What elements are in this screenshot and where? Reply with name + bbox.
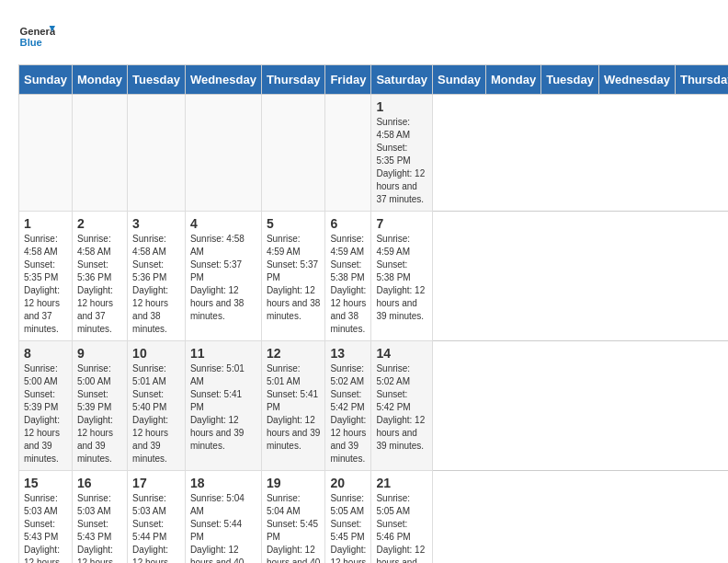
calendar-table: SundayMondayTuesdayWednesdayThursdayFrid…	[18, 64, 728, 563]
header-cell-wednesday: Wednesday	[598, 65, 675, 95]
day-info: Sunrise: 4:58 AMSunset: 5:35 PMDaylight:…	[376, 116, 427, 206]
day-cell-19: 19 Sunrise: 5:04 AMSunset: 5:45 PMDaylig…	[261, 471, 325, 564]
day-cell-7: 7 Sunrise: 4:59 AMSunset: 5:38 PMDayligh…	[371, 212, 433, 341]
day-cell-21: 21 Sunrise: 5:05 AMSunset: 5:46 PMDaylig…	[371, 471, 433, 564]
day-number: 20	[330, 476, 366, 490]
day-info: Sunrise: 4:58 AMSunset: 5:36 PMDaylight:…	[77, 233, 122, 336]
day-info: Sunrise: 4:59 AMSunset: 5:38 PMDaylight:…	[330, 233, 366, 336]
day-info: Sunrise: 5:04 AMSunset: 5:44 PMDaylight:…	[190, 492, 256, 563]
day-cell-9: 9 Sunrise: 5:00 AMSunset: 5:39 PMDayligh…	[72, 341, 127, 471]
day-number: 6	[330, 216, 366, 231]
day-number: 12	[267, 346, 321, 361]
day-number: 19	[267, 476, 321, 490]
empty-cell	[325, 95, 371, 212]
week-row-0: 1 Sunrise: 4:58 AMSunset: 5:35 PMDayligh…	[19, 95, 729, 212]
day-cell-13: 13 Sunrise: 5:02 AMSunset: 5:42 PMDaylig…	[325, 341, 371, 471]
header-cell-sunday: Sunday	[19, 65, 73, 95]
day-number: 14	[376, 346, 427, 361]
day-number: 9	[77, 346, 122, 361]
week-row-2: 8 Sunrise: 5:00 AMSunset: 5:39 PMDayligh…	[19, 341, 729, 471]
header-cell-monday: Monday	[486, 65, 541, 95]
day-cell-6: 6 Sunrise: 4:59 AMSunset: 5:38 PMDayligh…	[325, 212, 371, 341]
week-row-3: 15 Sunrise: 5:03 AMSunset: 5:43 PMDaylig…	[19, 471, 729, 564]
day-cell-18: 18 Sunrise: 5:04 AMSunset: 5:44 PMDaylig…	[185, 471, 261, 564]
week-row-1: 1 Sunrise: 4:58 AMSunset: 5:35 PMDayligh…	[19, 212, 729, 341]
day-cell-2: 2 Sunrise: 4:58 AMSunset: 5:36 PMDayligh…	[72, 212, 127, 341]
header-cell-tuesday: Tuesday	[541, 65, 599, 95]
day-info: Sunrise: 5:01 AMSunset: 5:41 PMDaylight:…	[267, 362, 321, 453]
day-number: 8	[24, 346, 67, 361]
day-number: 21	[376, 476, 427, 490]
day-number: 13	[330, 346, 366, 361]
logo: General Blue	[18, 18, 60, 55]
day-cell-4: 4 Sunrise: 4:58 AMSunset: 5:37 PMDayligh…	[185, 212, 261, 341]
header-cell-wednesday: Wednesday	[185, 65, 261, 95]
day-info: Sunrise: 5:01 AMSunset: 5:41 PMDaylight:…	[190, 362, 256, 453]
day-info: Sunrise: 5:03 AMSunset: 5:43 PMDaylight:…	[77, 492, 122, 563]
day-number: 7	[376, 216, 427, 231]
day-info: Sunrise: 5:05 AMSunset: 5:45 PMDaylight:…	[330, 492, 366, 563]
day-number: 1	[376, 99, 427, 114]
day-cell-8: 8 Sunrise: 5:00 AMSunset: 5:39 PMDayligh…	[19, 341, 73, 471]
day-info: Sunrise: 5:05 AMSunset: 5:46 PMDaylight:…	[376, 492, 427, 563]
logo-icon: General Blue	[18, 18, 55, 55]
header-cell-saturday: Saturday	[371, 65, 433, 95]
day-info: Sunrise: 4:58 AMSunset: 5:36 PMDaylight:…	[132, 233, 180, 336]
day-number: 17	[132, 476, 180, 490]
day-cell-20: 20 Sunrise: 5:05 AMSunset: 5:45 PMDaylig…	[325, 471, 371, 564]
day-number: 3	[132, 216, 180, 231]
empty-cell	[72, 95, 127, 212]
day-info: Sunrise: 5:02 AMSunset: 5:42 PMDaylight:…	[330, 362, 366, 465]
day-number: 4	[190, 216, 256, 231]
day-cell-3: 3 Sunrise: 4:58 AMSunset: 5:36 PMDayligh…	[128, 212, 186, 341]
day-info: Sunrise: 5:00 AMSunset: 5:39 PMDaylight:…	[24, 362, 67, 465]
day-info: Sunrise: 4:59 AMSunset: 5:38 PMDaylight:…	[376, 233, 427, 323]
day-info: Sunrise: 5:00 AMSunset: 5:39 PMDaylight:…	[77, 362, 122, 465]
day-info: Sunrise: 4:59 AMSunset: 5:37 PMDaylight:…	[267, 233, 321, 323]
header-row: SundayMondayTuesdayWednesdayThursdayFrid…	[19, 65, 729, 95]
day-cell-17: 17 Sunrise: 5:03 AMSunset: 5:44 PMDaylig…	[128, 471, 186, 564]
day-number: 2	[77, 216, 122, 231]
day-cell-1: 1 Sunrise: 4:58 AMSunset: 5:35 PMDayligh…	[371, 95, 433, 212]
day-number: 16	[77, 476, 122, 490]
day-info: Sunrise: 5:04 AMSunset: 5:45 PMDaylight:…	[267, 492, 321, 563]
day-cell-11: 11 Sunrise: 5:01 AMSunset: 5:41 PMDaylig…	[185, 341, 261, 471]
svg-text:Blue: Blue	[20, 37, 42, 48]
page-header: General Blue	[18, 18, 710, 55]
day-number: 10	[132, 346, 180, 361]
day-info: Sunrise: 4:58 AMSunset: 5:37 PMDaylight:…	[190, 233, 256, 323]
header-cell-thursday: Thursday	[675, 65, 728, 95]
header-cell-tuesday: Tuesday	[128, 65, 186, 95]
day-info: Sunrise: 5:01 AMSunset: 5:40 PMDaylight:…	[132, 362, 180, 465]
empty-cell	[19, 95, 73, 212]
day-cell-10: 10 Sunrise: 5:01 AMSunset: 5:40 PMDaylig…	[128, 341, 186, 471]
empty-cell	[185, 95, 261, 212]
day-number: 18	[190, 476, 256, 490]
header-cell-sunday: Sunday	[433, 65, 486, 95]
day-number: 15	[24, 476, 67, 490]
empty-cell	[128, 95, 186, 212]
day-number: 1	[24, 216, 67, 231]
day-info: Sunrise: 4:58 AMSunset: 5:35 PMDaylight:…	[24, 233, 67, 336]
day-number: 5	[267, 216, 321, 231]
day-cell-16: 16 Sunrise: 5:03 AMSunset: 5:43 PMDaylig…	[72, 471, 127, 564]
empty-cell	[261, 95, 325, 212]
day-info: Sunrise: 5:02 AMSunset: 5:42 PMDaylight:…	[376, 362, 427, 453]
day-cell-5: 5 Sunrise: 4:59 AMSunset: 5:37 PMDayligh…	[261, 212, 325, 341]
header-cell-thursday: Thursday	[261, 65, 325, 95]
svg-text:General: General	[20, 26, 55, 37]
day-number: 11	[190, 346, 256, 361]
day-info: Sunrise: 5:03 AMSunset: 5:44 PMDaylight:…	[132, 492, 180, 563]
day-info: Sunrise: 5:03 AMSunset: 5:43 PMDaylight:…	[24, 492, 67, 563]
header-cell-monday: Monday	[72, 65, 127, 95]
day-cell-12: 12 Sunrise: 5:01 AMSunset: 5:41 PMDaylig…	[261, 341, 325, 471]
day-cell-15: 15 Sunrise: 5:03 AMSunset: 5:43 PMDaylig…	[19, 471, 73, 564]
day-cell-1: 1 Sunrise: 4:58 AMSunset: 5:35 PMDayligh…	[19, 212, 73, 341]
header-cell-friday: Friday	[325, 65, 371, 95]
day-cell-14: 14 Sunrise: 5:02 AMSunset: 5:42 PMDaylig…	[371, 341, 433, 471]
